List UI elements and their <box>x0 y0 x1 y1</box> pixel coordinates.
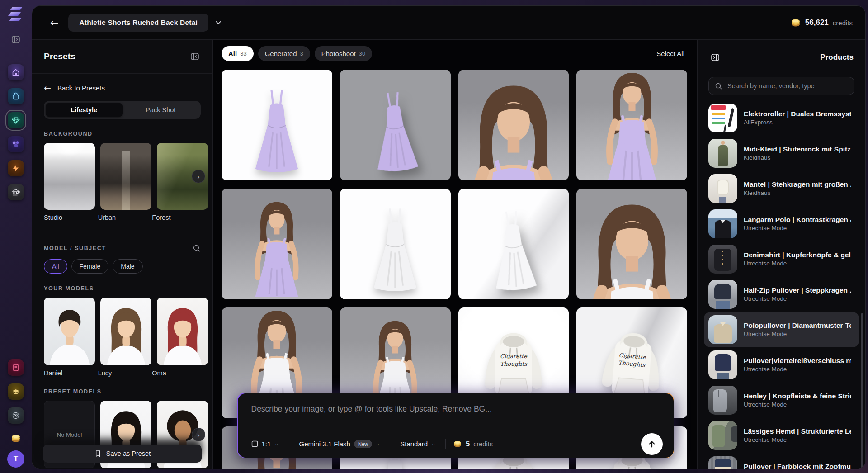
academy-icon[interactable] <box>8 383 24 400</box>
back-arrow-icon: ← <box>44 83 51 93</box>
finance-icon[interactable] <box>8 184 24 200</box>
tab-pack-shot[interactable]: Pack Shot <box>123 103 199 117</box>
product-row-selected[interactable]: Polopullover | Diamantmuster-Te...Utrech… <box>704 312 859 347</box>
product-row[interactable]: Pullover | Farbblock mit Zopfmus...Utrec… <box>704 453 859 469</box>
bookmark-icon <box>94 449 102 458</box>
product-row[interactable]: Elektroroller | Duales Bremssyste...AliE… <box>704 100 859 136</box>
filter-male[interactable]: Male <box>113 259 142 274</box>
rail-bottom-group: T <box>7 359 24 468</box>
product-name: Half-Zip Pullover | Steppkragen ... <box>744 286 851 294</box>
tab-generated[interactable]: Generated 3 <box>258 46 310 61</box>
generated-image[interactable] <box>458 189 569 299</box>
product-vendor: Kleidhaus <box>744 189 770 196</box>
back-to-presets[interactable]: ← Back to Presets <box>44 83 201 93</box>
galaxy-icon[interactable] <box>8 407 24 424</box>
model-card-oma[interactable] <box>157 298 208 365</box>
product-vendor: Utrechtse Mode <box>744 331 787 337</box>
product-row[interactable]: Langarm Polo | Kontrastkragen &...Utrech… <box>704 206 859 241</box>
top-bar: ← Athletic Shorts Ruched Back Detai 56,6… <box>32 6 865 40</box>
collapse-products-panel-icon[interactable] <box>709 52 721 63</box>
background-option-studio[interactable] <box>44 143 95 210</box>
product-thumbnail <box>708 209 737 238</box>
model-search-icon[interactable] <box>193 244 201 252</box>
filter-all[interactable]: All <box>44 259 67 274</box>
your-models-row <box>44 298 201 365</box>
credits-amount: 56,621 <box>805 18 829 27</box>
aspect-square-icon <box>251 440 258 447</box>
background-label: Forest <box>152 214 201 221</box>
product-row[interactable]: Pullover|Viertelreißverschluss mi...Utre… <box>704 347 859 383</box>
studio-diamond-icon[interactable] <box>8 112 24 128</box>
aspect-ratio-select[interactable]: 1:1 ⌄ <box>249 440 282 448</box>
hoodie-print-text: Cigarette Thoughts <box>614 351 650 369</box>
generated-image[interactable] <box>340 70 451 180</box>
product-name: Polopullover | Diamantmuster-Te... <box>744 322 851 330</box>
home-icon[interactable] <box>8 64 24 80</box>
tab-label: All <box>228 50 237 57</box>
product-row[interactable]: Denimshirt | Kupferknöpfe & gel...Utrech… <box>704 241 859 277</box>
products-title: Products <box>820 53 854 62</box>
presets-panel: Presets ← Back to Presets Lifestyle Pack… <box>32 40 213 469</box>
preset-models-title: PRESET MODELS <box>44 388 201 395</box>
product-vendor: Utrechtse Mode <box>744 436 787 443</box>
product-thumbnail <box>708 315 737 344</box>
product-row[interactable]: Henley | Knopfleiste & feine Stric...Utr… <box>704 383 859 418</box>
coin-icon[interactable] <box>10 433 21 443</box>
product-search-input[interactable] <box>726 82 848 90</box>
search-icon <box>715 82 722 90</box>
product-vendor: Utrechtse Mode <box>744 225 787 232</box>
model-select[interactable]: Gemini 3.1 Flash New ⌄ <box>297 440 383 449</box>
model-card-daniel[interactable] <box>44 298 95 365</box>
product-thumbnail <box>708 280 737 309</box>
back-icon[interactable]: ← <box>47 15 62 30</box>
product-row[interactable]: Half-Zip Pullover | Steppkragen ...Utrec… <box>704 277 859 312</box>
product-vendor: Utrechtse Mode <box>744 260 787 267</box>
background-label: Studio <box>44 214 93 221</box>
product-name: Elektroroller | Duales Bremssyste... <box>744 110 851 118</box>
tab-photoshoot[interactable]: Photoshoot 30 <box>315 46 372 61</box>
collapse-panel-icon[interactable] <box>189 51 201 62</box>
generated-image[interactable] <box>340 189 451 299</box>
product-row[interactable]: Mantel | Stehkragen mit großen ...Kleidh… <box>704 171 859 206</box>
control-divider <box>445 439 446 449</box>
generated-image[interactable] <box>222 189 332 299</box>
prompt-input[interactable] <box>238 393 674 430</box>
shop-bag-icon[interactable] <box>8 88 24 104</box>
tab-lifestyle[interactable]: Lifestyle <box>46 103 123 117</box>
product-row[interactable]: Midi-Kleid | Stufenrock mit Spitz...Klei… <box>704 136 859 171</box>
preset-models-scroll-right-icon[interactable]: › <box>192 428 205 441</box>
product-vendor: Utrechtse Mode <box>744 295 787 302</box>
tab-all[interactable]: All 33 <box>222 46 254 61</box>
save-as-preset-button[interactable]: Save as Preset <box>43 445 202 463</box>
select-all-button[interactable]: Select All <box>654 49 687 58</box>
model-card-lucy[interactable] <box>100 298 151 365</box>
scrollbar[interactable] <box>861 313 863 469</box>
model-filter-chips: All Female Male <box>44 259 201 274</box>
product-row[interactable]: Lässiges Hemd | Strukturierte Lei...Utre… <box>704 418 859 453</box>
generated-image[interactable] <box>576 189 687 299</box>
generated-image[interactable] <box>222 70 332 180</box>
product-name: Midi-Kleid | Stufenrock mit Spitz... <box>744 145 851 153</box>
generated-image[interactable] <box>576 70 687 180</box>
generate-button[interactable] <box>641 433 663 455</box>
chevron-down-icon: ⌄ <box>274 441 278 447</box>
user-avatar[interactable]: T <box>7 450 24 468</box>
background-option-urban[interactable] <box>100 143 151 210</box>
generated-image[interactable] <box>458 70 569 180</box>
boost-icon[interactable] <box>8 160 24 176</box>
project-title-chevron-down-icon[interactable] <box>216 21 221 24</box>
section-divider <box>44 232 201 232</box>
chevron-down-icon: ⌄ <box>431 441 435 447</box>
assets-icon[interactable] <box>8 136 24 152</box>
quality-select[interactable]: Standard ⌄ <box>397 440 438 448</box>
product-list: Elektroroller | Duales Bremssyste...AliE… <box>698 100 865 469</box>
gallery-panel: All 33 Generated 3 Photoshoot 30 Select … <box>213 40 697 469</box>
documents-icon[interactable] <box>8 359 24 376</box>
products-panel: Products Elektroroller | Duales Bremssys… <box>697 40 865 469</box>
filter-female[interactable]: Female <box>71 259 109 274</box>
project-title[interactable]: Athletic Shorts Ruched Back Detai <box>68 14 208 32</box>
sidebar-expand-icon[interactable] <box>9 33 23 46</box>
model-label: Daniel <box>44 369 93 377</box>
model-name: Gemini 3.1 Flash <box>299 440 350 448</box>
backgrounds-scroll-right-icon[interactable]: › <box>192 170 205 183</box>
